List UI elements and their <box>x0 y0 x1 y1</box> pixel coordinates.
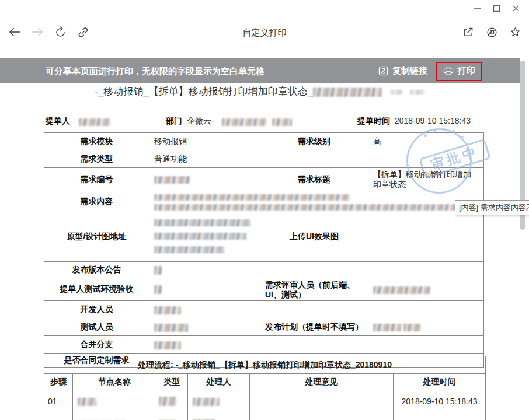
browser-logo-button[interactable] <box>485 25 499 39</box>
info-label: 需求标题 <box>260 168 368 191</box>
redacted-text <box>154 194 350 201</box>
document-title-text: -_移动报销_【拆单】移动报销打印增加印章状态_ <box>95 86 313 97</box>
table-row: 开发人员 <box>44 301 484 318</box>
flow-header: 处理人 <box>188 374 250 390</box>
flow-step: 02 <box>44 412 73 420</box>
redacted-text <box>154 306 181 314</box>
flow-handler <box>188 412 250 420</box>
table-row: 02 同意。 2018-09-10 15:21:33 <box>44 412 486 420</box>
flow-type <box>156 390 188 412</box>
maximize-button[interactable] <box>492 4 500 12</box>
redacted-text <box>410 90 425 94</box>
submit-time-value: 2018-09-10 15:18:43 <box>395 116 471 125</box>
table-row: 发布版本公告 <box>44 262 484 278</box>
info-value <box>368 278 484 301</box>
share-button[interactable] <box>461 25 475 39</box>
info-label: 提单人测试环境验收 <box>44 278 149 301</box>
copy-link-button[interactable]: 复制链接 <box>378 58 427 83</box>
redacted-text <box>154 219 250 226</box>
process-flow-table: 处理流程: -_移动报销_【拆单】移动报销打印增加印章状态_20180910 步… <box>44 356 486 420</box>
info-value <box>368 318 484 336</box>
print-button-highlight: 打印 <box>436 62 482 81</box>
submit-time-label: 提单时间 <box>357 116 390 127</box>
content-tooltip: [内容] 需求内容内容示 <box>455 200 529 215</box>
info-value: 普通功能 <box>149 150 484 168</box>
close-button[interactable] <box>511 4 520 12</box>
flow-node <box>73 412 156 420</box>
department-value-prefix: 企微云- <box>187 116 214 127</box>
info-value <box>149 191 484 212</box>
submitter-label: 提单人 <box>46 116 70 127</box>
table-row: 需求编号 需求标题 【拆单】移动报销打印增加印章状态 <box>44 168 484 191</box>
info-label: 需求编号 <box>44 168 149 191</box>
table-row: 需求类型 普通功能 <box>44 150 484 168</box>
redacted-text <box>79 118 110 126</box>
minimize-icon <box>474 5 481 12</box>
flow-header: 步骤 <box>44 374 73 390</box>
info-value <box>368 212 484 262</box>
page-title: 自定义打印 <box>0 27 529 38</box>
redacted-text <box>154 246 224 253</box>
flow-title: 处理流程: -_移动报销_【拆单】移动报销打印增加印章状态_20180910 <box>44 356 486 374</box>
department-label: 部门 <box>166 116 182 127</box>
flow-header: 节点名称 <box>73 374 156 390</box>
redacted-text <box>78 398 96 406</box>
table-row: 合并分支 <box>44 336 484 354</box>
notice-bar: 可分享本页面进行打印，无权限的字段显示为空白单元格 复制链接 打印 <box>0 58 520 83</box>
minimize-button[interactable] <box>473 4 481 12</box>
window-titlebar <box>0 0 529 16</box>
document-title: -_移动报销_【拆单】移动报销打印增加印章状态_ <box>0 85 520 98</box>
print-button[interactable]: 打印 <box>437 58 481 83</box>
info-value <box>149 278 260 301</box>
flow-opinion: 同意。 <box>250 412 394 420</box>
redacted-text <box>391 90 402 94</box>
redacted-text <box>313 88 382 97</box>
info-label: 发布版本公告 <box>44 262 149 278</box>
table-row: 原型/设计图地址 上传UI效果图 <box>44 212 484 262</box>
maximize-icon <box>493 5 500 12</box>
redacted-text <box>272 118 292 126</box>
info-value: 移动报销 <box>149 133 260 150</box>
info-label: 需求模块 <box>44 133 149 150</box>
share-icon <box>462 26 474 38</box>
redacted-text <box>154 266 162 275</box>
redacted-text <box>193 398 220 406</box>
flow-header: 类型 <box>156 374 188 390</box>
info-label: 需求类型 <box>44 150 149 168</box>
table-row: 处理流程: -_移动报销_【拆单】移动报销打印增加印章状态_20180910 <box>44 356 486 374</box>
redacted-text <box>159 397 176 406</box>
flow-opinion <box>250 390 394 412</box>
redacted-text <box>154 204 472 211</box>
info-value: 高 <box>368 133 484 150</box>
star-icon <box>509 26 521 38</box>
redacted-text <box>373 286 430 294</box>
table-row: 步骤 节点名称 类型 处理人 处理意见 处理时间 <box>44 374 486 390</box>
redacted-text <box>222 118 266 126</box>
browser-logo-icon <box>486 26 498 38</box>
flow-type <box>156 412 188 420</box>
info-value: 【拆单】移动报销打印增加印章状态 <box>368 168 484 191</box>
table-row: 需求模块 移动报销 需求级别 高 <box>44 133 484 150</box>
info-value <box>149 301 484 318</box>
info-label: 合并分支 <box>44 336 149 354</box>
info-value <box>149 336 484 354</box>
close-icon <box>512 5 520 12</box>
meta-row: 提单人 部门 企微云- 提单时间 2018-09-10 15:18:43 <box>0 116 520 129</box>
flow-header: 处理意见 <box>250 374 394 390</box>
print-label: 打印 <box>458 65 475 76</box>
browser-toolbar: 自定义打印 <box>0 16 529 50</box>
notice-message: 可分享本页面进行打印，无权限的字段显示为空白单元格 <box>46 58 264 83</box>
table-row: 01 2018-09-10 15:18:43 <box>44 390 486 412</box>
flow-step: 01 <box>44 390 73 412</box>
redacted-text <box>154 176 190 184</box>
redacted-text <box>154 341 181 349</box>
flow-handler <box>188 390 250 412</box>
flow-node <box>73 390 156 412</box>
redacted-text <box>403 324 421 331</box>
flow-header: 处理时间 <box>394 374 486 390</box>
info-label: 原型/设计图地址 <box>44 212 149 262</box>
favorite-button[interactable] <box>508 25 522 39</box>
redacted-text <box>154 285 162 294</box>
info-label: 发布计划（提单时不填写） <box>260 318 368 336</box>
redacted-text <box>154 324 188 332</box>
